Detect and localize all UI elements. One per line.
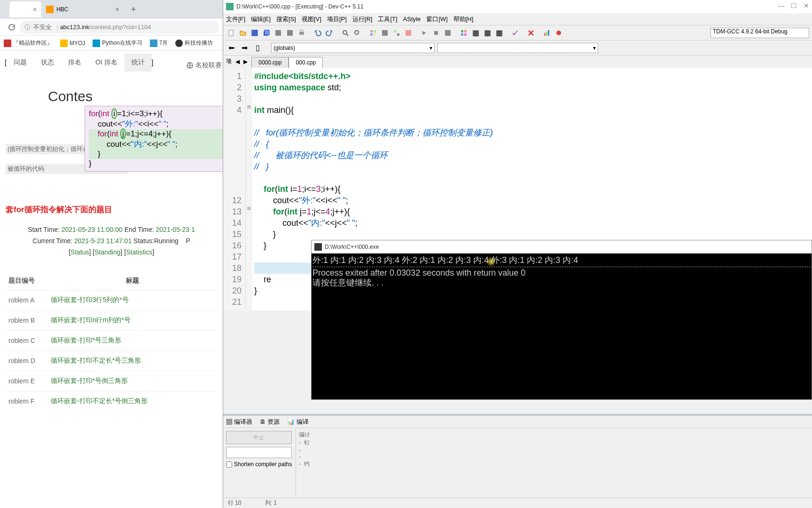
menu-project[interactable]: 项目[P]: [327, 15, 347, 24]
redo-icon[interactable]: [324, 28, 335, 38]
bookmark-4[interactable]: 7月: [150, 39, 168, 47]
tool-icon[interactable]: ▦: [482, 28, 492, 38]
stop-button[interactable]: 中止: [226, 431, 292, 444]
menu-search[interactable]: 搜索[S]: [276, 15, 296, 24]
menu-help[interactable]: 帮助[H]: [453, 15, 474, 24]
profile-icon[interactable]: [443, 28, 453, 38]
compiler-selector[interactable]: TDM-GCC 4.9.2 64-bit Debug: [710, 28, 809, 38]
svg-point-9: [343, 31, 347, 34]
compile-icon[interactable]: [368, 28, 378, 38]
file-tab-1[interactable]: 0000.cpp: [251, 57, 289, 68]
open-icon[interactable]: [238, 28, 248, 38]
console-window: D:\Work\C++\000.exe 外:1 内:1 内:2 内:3 内:4 …: [311, 240, 812, 400]
save-all-icon[interactable]: [261, 28, 272, 38]
bookmark-1[interactable]: 『精品软件区』: [4, 39, 53, 47]
browser-tab-2[interactable]: HBC ×: [41, 1, 124, 17]
rebuild-icon[interactable]: [403, 28, 414, 38]
statistics-link[interactable]: Statistics: [126, 248, 152, 256]
svg-rect-4: [265, 30, 269, 35]
table-row[interactable]: roblem A循环嵌套-打印3行5列的*号: [6, 290, 217, 310]
globals-combo[interactable]: (globals)▾: [271, 43, 435, 53]
nav-rank[interactable]: 排名: [61, 54, 88, 71]
address-bar[interactable]: ⓘ 不安全 | abc123.ink /contest.php?cid=1104: [20, 21, 219, 34]
svg-rect-28: [548, 30, 549, 36]
side-contest-link[interactable]: 名校联赛: [186, 61, 222, 70]
browser-tab-1[interactable]: ×: [9, 1, 41, 17]
svg-rect-1: [229, 30, 233, 36]
menu-astyle[interactable]: AStyle: [403, 16, 421, 23]
undo-icon[interactable]: [312, 28, 323, 38]
new-tab-button[interactable]: +: [131, 5, 136, 15]
menu-view[interactable]: 视图[V]: [302, 15, 321, 24]
members-combo[interactable]: ▾: [437, 43, 598, 53]
console-output[interactable]: 外:1 内:1 内:2 内:3 内:4 外:2 内:1 内:2 内:3 内:4 …: [312, 254, 812, 290]
nav-oi-rank[interactable]: OI 排名: [88, 54, 125, 71]
tab-label: HBC: [56, 6, 68, 13]
chevron-left-icon[interactable]: ◀: [235, 58, 240, 65]
tab-resource[interactable]: 🗎 资源: [260, 418, 280, 426]
table-row[interactable]: roblem D循环嵌套-打印不定长*号三角形: [6, 350, 217, 371]
bookmark-2[interactable]: MYOJ: [60, 40, 85, 47]
svg-rect-22: [461, 30, 463, 32]
stop-icon[interactable]: [431, 28, 441, 38]
close-file-icon[interactable]: [285, 28, 295, 38]
find-icon[interactable]: [340, 28, 351, 38]
console-title-text: D:\Work\C++\000.exe: [325, 244, 379, 250]
menu-run[interactable]: 运行[R]: [352, 15, 373, 24]
bookmark-5[interactable]: 科技传播坊: [175, 39, 213, 47]
window-title: D:\Work\C++\000.cpp - [Executing] - Dev-…: [236, 3, 364, 10]
file-tabs: 0000.cpp 000.cpp: [223, 56, 812, 68]
bookmark-icon[interactable]: ▯: [252, 43, 263, 53]
menu-file[interactable]: 文件[F]: [226, 15, 245, 24]
close-icon[interactable]: ✕: [804, 2, 809, 9]
status-line: 行 10: [228, 499, 242, 507]
table-row[interactable]: roblem F循环嵌套-打印不定长*号倒三角形: [6, 391, 217, 411]
menu-edit[interactable]: 编辑[E]: [251, 15, 271, 24]
file-tab-2[interactable]: 000.cpp: [289, 57, 323, 68]
bookmark-3[interactable]: Python在线学习: [93, 39, 142, 47]
status-link[interactable]: Status: [70, 248, 89, 256]
delete-icon[interactable]: [526, 28, 536, 38]
time-info: Start Time: 2021-05-23 11:00:00 End Time…: [6, 224, 217, 258]
save-icon[interactable]: [250, 28, 260, 38]
print-icon[interactable]: [297, 28, 307, 38]
debug-icon[interactable]: [419, 28, 429, 38]
table-row[interactable]: roblem E循环嵌套-打印*号倒三角形: [6, 371, 217, 391]
reload-icon[interactable]: [8, 23, 16, 32]
close-icon[interactable]: ×: [33, 6, 37, 13]
back-icon[interactable]: ⬅: [226, 43, 236, 53]
forward-icon[interactable]: ➡: [239, 43, 250, 53]
bottom-panel: ▦ 编译器 🗎 资源 📊 编译 中止 Shorten compiler path…: [223, 414, 812, 508]
nav-problems[interactable]: 问题: [7, 54, 34, 71]
table-row[interactable]: roblem C循环嵌套-打印*号三角形: [6, 330, 217, 350]
maximize-icon[interactable]: ☐: [791, 2, 797, 9]
contest-title: Contes: [48, 88, 217, 104]
nav-status[interactable]: 状态: [34, 54, 61, 71]
replace-icon[interactable]: [352, 28, 362, 38]
close-icon[interactable]: ×: [116, 6, 119, 13]
menu-tools[interactable]: 工具[T]: [378, 15, 397, 24]
bookmarks-bar: 『精品软件区』 MYOJ Python在线学习 7月 科技传播坊: [0, 36, 223, 51]
grid-icon[interactable]: [459, 28, 469, 38]
chart-icon[interactable]: [542, 28, 552, 38]
tool-icon[interactable]: ▦: [470, 28, 481, 38]
standing-link[interactable]: Standing: [94, 248, 120, 256]
minimize-icon[interactable]: —: [778, 2, 784, 9]
save-as-icon[interactable]: [273, 28, 283, 38]
bug-icon[interactable]: [554, 28, 564, 38]
chevron-right-icon[interactable]: ▶: [243, 58, 248, 65]
new-file-icon[interactable]: [226, 28, 236, 38]
compile-run-icon[interactable]: [391, 28, 402, 38]
browser-window: × HBC × + ⓘ 不安全 | abc123.ink /contest.ph…: [0, 0, 223, 508]
tab-compiler[interactable]: ▦ 编译器: [226, 418, 252, 426]
nav-stats[interactable]: 统计: [125, 54, 152, 71]
tab-compile-log[interactable]: 📊 编译: [287, 418, 309, 426]
table-row[interactable]: roblem B循环嵌套-打印n行m列的*号: [6, 310, 217, 330]
compile-output: 编计- 钉- - - 约: [296, 428, 812, 499]
check-icon[interactable]: [510, 28, 520, 38]
tool-icon[interactable]: ▦: [494, 28, 504, 38]
run-icon[interactable]: [380, 28, 390, 38]
menu-window[interactable]: 窗口[W]: [426, 15, 448, 24]
shorten-paths-checkbox[interactable]: Shorten compiler paths: [226, 461, 293, 468]
search-input[interactable]: [226, 447, 292, 458]
